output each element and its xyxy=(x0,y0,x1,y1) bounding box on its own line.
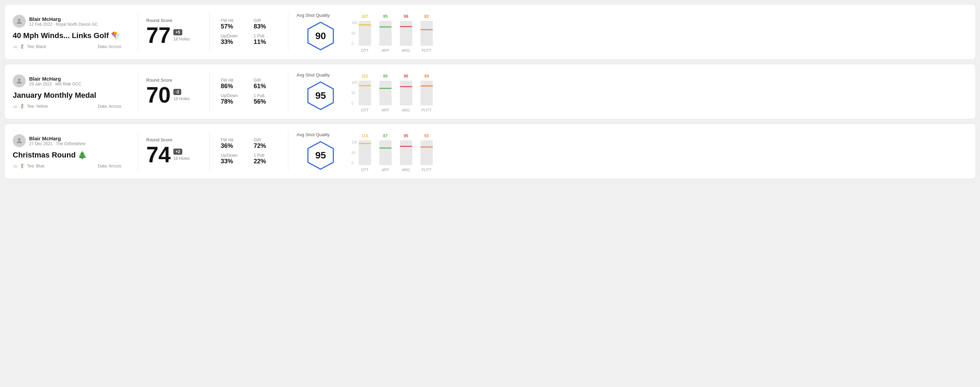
section-score: Round Score 70 -2 18 Holes xyxy=(146,78,201,106)
stat-value: 61% xyxy=(254,82,280,90)
bar-fill xyxy=(420,30,433,46)
section-quality: Avg Shot Quality 95 xyxy=(297,72,345,111)
stat-label: 1 Putt xyxy=(254,93,280,98)
stat-item-3: 1 Putt 11% xyxy=(254,33,280,46)
score-main: 74 +2 18 Holes xyxy=(146,144,201,166)
stat-value: 57% xyxy=(221,23,247,30)
bar-value: 101 xyxy=(361,74,368,79)
stat-value: 33% xyxy=(221,38,247,46)
chart-bars: 110 OTT 87 APP 95 xyxy=(359,131,433,172)
round-title: January Monthly Medal xyxy=(13,91,121,100)
section-score: Round Score 74 +2 18 Holes xyxy=(146,137,201,166)
score-label: Round Score xyxy=(146,78,201,82)
chart-bar-group: 107 OTT xyxy=(359,14,371,52)
bar-container xyxy=(379,81,391,105)
tee-row: ☁️ 🏌️ Tee: Black Data: Arccos xyxy=(13,44,121,49)
avatar xyxy=(13,134,26,147)
player-header: Blair McHarg 27 Dec 2021 · The Oxfordshi… xyxy=(13,134,121,147)
bar-value: 86 xyxy=(383,74,388,79)
divider-1 xyxy=(138,131,138,172)
stat-label: Up/Down xyxy=(221,93,247,98)
section-chart: 100 50 0 107 OTT 95 APP xyxy=(345,11,967,52)
player-info: Blair McHarg 29 Jan 2022 · Mill Ride GCC xyxy=(29,76,81,86)
hexagon-wrap: 95 xyxy=(305,80,336,111)
stat-item-1: GIR 61% xyxy=(254,78,280,90)
player-name: Blair McHarg xyxy=(29,16,98,22)
round-card-1: Blair McHarg 29 Jan 2022 · Mill Ride GCC… xyxy=(4,64,976,119)
svg-point-2 xyxy=(18,79,20,81)
chart-y-axis: 100 50 0 xyxy=(352,140,357,165)
stat-value: 22% xyxy=(254,158,280,165)
stats-grid: FW Hit 86% GIR 61% Up/Down 78% 1 Putt 56… xyxy=(221,78,280,105)
section-player: Blair McHarg 12 Feb 2022 · Royal North D… xyxy=(13,15,129,49)
bar-line xyxy=(400,26,412,27)
bar-value: 96 xyxy=(404,74,408,79)
chart-bar-group: 96 ARG xyxy=(400,74,412,112)
chart-bar-group: 110 OTT xyxy=(359,133,371,172)
chart-wrapper: 100 50 0 101 OTT 86 APP xyxy=(352,71,967,112)
quality-label: Avg Shot Quality xyxy=(297,13,330,18)
stat-item-0: FW Hit 57% xyxy=(221,18,247,30)
stat-value: 86% xyxy=(221,82,247,90)
bar-fill xyxy=(379,149,391,165)
score-badge-wrap: -2 18 Holes xyxy=(173,89,189,101)
chart-bar-group: 95 ARG xyxy=(400,133,412,172)
chart-bar-group: 98 ARG xyxy=(400,14,412,52)
y-label-100: 100 xyxy=(352,81,357,84)
player-date: 29 Jan 2022 · Mill Ride GCC xyxy=(29,82,81,86)
score-holes: 18 Holes xyxy=(173,37,189,41)
chart-y-axis: 100 50 0 xyxy=(352,81,357,105)
hex-score: 95 xyxy=(315,90,326,101)
bar-label: ARG xyxy=(402,108,410,112)
quality-label: Avg Shot Quality xyxy=(297,72,330,78)
score-label: Round Score xyxy=(146,137,201,143)
bar-label: OTT xyxy=(361,48,369,52)
tee-label: Tee: Yellow xyxy=(27,104,48,109)
chart-bar-group: 86 APP xyxy=(379,74,391,112)
bar-fill xyxy=(379,27,391,46)
y-label-100: 100 xyxy=(352,140,357,144)
score-main: 77 +5 18 Holes xyxy=(146,24,201,46)
bar-line xyxy=(379,88,391,89)
score-badge-wrap: +5 18 Holes xyxy=(173,29,189,41)
round-card-0: Blair McHarg 12 Feb 2022 · Royal North D… xyxy=(4,4,976,60)
round-title: 40 Mph Winds... Links Golf 🪁 xyxy=(13,31,121,40)
stat-label: GIR xyxy=(254,138,280,143)
bar-line xyxy=(359,24,371,25)
stat-item-3: 1 Putt 22% xyxy=(254,153,280,165)
divider-3 xyxy=(288,11,288,52)
bar-container xyxy=(379,140,391,165)
stat-item-0: FW Hit 36% xyxy=(221,138,247,149)
stat-item-0: FW Hit 86% xyxy=(221,78,247,90)
bar-container xyxy=(420,140,433,165)
divider-1 xyxy=(138,71,138,112)
stat-value: 56% xyxy=(254,98,280,105)
stat-label: FW Hit xyxy=(221,138,247,143)
bag-icon: 🏌️ xyxy=(20,44,25,49)
section-chart: 100 50 0 101 OTT 86 APP xyxy=(345,71,967,112)
bar-line xyxy=(420,86,433,86)
bar-container xyxy=(400,21,412,46)
bar-line xyxy=(359,143,371,144)
bar-container xyxy=(359,140,371,165)
bar-line xyxy=(420,146,433,148)
bar-label: APP xyxy=(382,168,389,172)
chart-bar-group: 95 APP xyxy=(379,14,391,52)
user-icon xyxy=(16,17,23,25)
bar-label: ARG xyxy=(402,48,410,52)
bar-label: ARG xyxy=(402,168,410,172)
score-holes: 18 Holes xyxy=(173,156,189,161)
player-name: Blair McHarg xyxy=(29,135,86,141)
stat-value: 72% xyxy=(254,143,280,149)
bar-line xyxy=(400,146,412,147)
stat-item-2: Up/Down 78% xyxy=(221,93,247,105)
stat-value: 36% xyxy=(221,143,247,149)
bar-container xyxy=(359,81,371,105)
stat-item-2: Up/Down 33% xyxy=(221,33,247,46)
y-label-50: 50 xyxy=(352,91,357,95)
user-icon xyxy=(16,77,23,85)
player-header: Blair McHarg 12 Feb 2022 · Royal North D… xyxy=(13,15,121,28)
y-label-100: 100 xyxy=(352,21,357,25)
section-chart: 100 50 0 110 OTT 87 APP xyxy=(345,131,967,172)
round-card-2: Blair McHarg 27 Dec 2021 · The Oxfordshi… xyxy=(4,124,976,179)
